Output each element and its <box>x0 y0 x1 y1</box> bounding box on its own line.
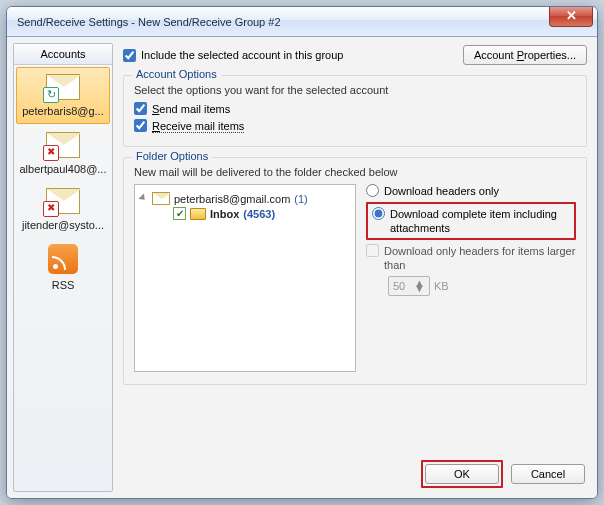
download-headers-only-radio[interactable] <box>366 184 379 197</box>
sidebar-header: Accounts <box>14 44 112 65</box>
account-label: RSS <box>16 279 110 291</box>
main-panel: Include the selected account in this gro… <box>113 37 597 498</box>
download-complete-radio[interactable] <box>372 207 385 220</box>
tree-root-count: (1) <box>294 193 307 205</box>
download-options: Download headers only Download complete … <box>366 184 576 372</box>
top-row: Include the selected account in this gro… <box>123 45 587 65</box>
account-item-peterbaris8[interactable]: peterbaris8@g... <box>16 67 110 124</box>
spinner-arrows-icon[interactable]: ▲▼ <box>414 281 425 291</box>
tree-inbox-row[interactable]: ✔ Inbox (4563) <box>139 206 351 221</box>
folder-icon <box>190 208 206 220</box>
tree-inbox-count: (4563) <box>243 208 275 220</box>
account-options-title: Account Options <box>132 68 221 80</box>
size-spinner[interactable]: 50 ▲▼ <box>388 276 430 296</box>
account-item-albertpaul408[interactable]: albertpaul408@... <box>14 126 112 182</box>
tree-root-row[interactable]: peterbaris8@gmail.com (1) <box>139 191 351 206</box>
account-item-jitender[interactable]: jitender@systo... <box>14 182 112 238</box>
folder-options-group: Folder Options New mail will be delivere… <box>123 157 587 385</box>
download-complete-label: Download complete item including attachm… <box>390 207 570 235</box>
accounts-sidebar: Accounts peterbaris8@g... albertpaul408@… <box>13 43 113 492</box>
folder-tree[interactable]: peterbaris8@gmail.com (1) ✔ Inbox (4563) <box>134 184 356 372</box>
account-label: albertpaul408@... <box>16 163 110 175</box>
folder-options-title: Folder Options <box>132 150 212 162</box>
tree-root-label: peterbaris8@gmail.com <box>174 193 290 205</box>
download-only-headers-larger-checkbox[interactable] <box>366 244 379 257</box>
dialog-footer: OK Cancel <box>421 460 585 488</box>
mail-account-icon <box>46 74 80 100</box>
send-mail-label: Send mail items <box>152 103 230 115</box>
send-mail-checkbox[interactable] <box>134 102 147 115</box>
highlight-ok: OK <box>421 460 503 488</box>
ok-button[interactable]: OK <box>425 464 499 484</box>
dialog-body: Accounts peterbaris8@g... albertpaul408@… <box>7 37 597 498</box>
close-button[interactable]: ✕ <box>549 7 593 27</box>
download-headers-only-label: Download headers only <box>384 184 499 198</box>
tree-inbox-label: Inbox <box>210 208 239 220</box>
tree-expand-icon[interactable] <box>139 194 148 203</box>
folder-checked-icon[interactable]: ✔ <box>173 207 186 220</box>
dialog-window: Send/Receive Settings - New Send/Receive… <box>6 6 598 499</box>
account-properties-button[interactable]: Account Properties... <box>463 45 587 65</box>
mailbox-icon <box>152 192 170 205</box>
receive-mail-label: Receive mail items <box>152 120 244 132</box>
rss-icon <box>48 244 78 274</box>
download-only-headers-larger-label: Download only headers for items larger t… <box>384 244 576 272</box>
include-account-label: Include the selected account in this gro… <box>141 49 343 61</box>
size-value: 50 <box>393 280 405 292</box>
size-unit: KB <box>434 280 449 292</box>
account-options-group: Account Options Select the options you w… <box>123 75 587 147</box>
mail-account-error-icon <box>46 188 80 214</box>
account-options-help: Select the options you want for the sele… <box>134 84 576 96</box>
titlebar[interactable]: Send/Receive Settings - New Send/Receive… <box>7 7 597 37</box>
highlight-complete-option: Download complete item including attachm… <box>366 202 576 240</box>
account-label: jitender@systo... <box>16 219 110 231</box>
account-label: peterbaris8@g... <box>19 105 107 117</box>
include-account-checkbox[interactable] <box>123 49 136 62</box>
account-item-rss[interactable]: RSS <box>14 238 112 298</box>
mail-account-error-icon <box>46 132 80 158</box>
cancel-button[interactable]: Cancel <box>511 464 585 484</box>
folder-options-help: New mail will be delivered to the folder… <box>134 166 576 178</box>
receive-mail-checkbox[interactable] <box>134 119 147 132</box>
window-title: Send/Receive Settings - New Send/Receive… <box>17 16 281 28</box>
